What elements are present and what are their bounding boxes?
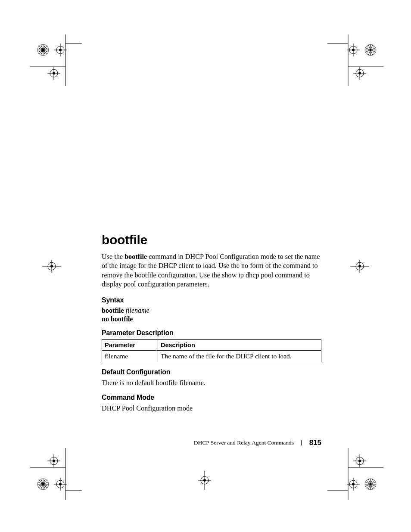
default-cfg-heading: Default Configuration [102, 368, 321, 376]
svg-point-71 [203, 479, 206, 482]
table-header-row: Parameter Description [102, 339, 321, 350]
svg-point-79 [365, 479, 376, 490]
syntax-line-1: bootfile filename [102, 307, 321, 314]
svg-line-3 [39, 46, 47, 54]
crop-mark-bottom-left [30, 444, 82, 500]
svg-line-85 [365, 482, 376, 486]
svg-point-12 [59, 49, 62, 51]
svg-point-55 [37, 479, 49, 490]
reg-mark-mid-left [41, 258, 62, 275]
svg-line-5 [38, 48, 48, 52]
svg-line-58 [39, 480, 47, 488]
svg-point-15 [50, 69, 58, 77]
command-mode-text: DHCP Pool Configuration mode [102, 404, 321, 413]
svg-line-87 [368, 479, 373, 489]
footer-separator [301, 440, 302, 445]
intro-text-a: Use the [102, 253, 125, 261]
svg-point-35 [356, 69, 364, 77]
command-mode-heading: Command Mode [102, 394, 321, 401]
svg-point-68 [201, 476, 209, 484]
td-parameter: filename [102, 350, 158, 362]
svg-line-86 [368, 479, 373, 489]
svg-line-25 [365, 48, 376, 52]
crop-mark-bottom-right [327, 444, 383, 500]
svg-point-64 [56, 480, 64, 488]
svg-point-0 [37, 44, 49, 56]
td-description: The name of the file for the DHCP client… [158, 350, 321, 362]
intro-paragraph: Use the bootfile command in DHCP Pool Co… [102, 252, 321, 289]
svg-point-38 [358, 72, 361, 75]
syntax-cmd: bootfile [102, 307, 124, 314]
svg-line-61 [38, 482, 48, 486]
syntax-arg: filename [126, 307, 149, 314]
intro-command-name: bootfile [125, 253, 147, 261]
table-row: filename The name of the file for the DH… [102, 350, 321, 362]
param-table: Parameter Description filename The name … [102, 339, 321, 362]
svg-line-26 [365, 48, 376, 52]
svg-point-72 [356, 457, 364, 465]
reg-mark-mid-right [349, 258, 371, 275]
svg-point-88 [349, 480, 357, 488]
th-parameter: Parameter [102, 339, 158, 350]
footer-section: DHCP Server and Relay Agent Commands [194, 439, 294, 446]
svg-line-6 [38, 48, 48, 52]
crop-mark-top-right [327, 34, 383, 90]
syntax-heading: Syntax [102, 296, 321, 304]
crop-mark-top-left [30, 34, 82, 90]
svg-line-23 [367, 46, 374, 54]
svg-line-28 [368, 45, 373, 55]
svg-point-9 [56, 46, 64, 54]
svg-point-18 [53, 72, 55, 75]
param-desc-heading: Parameter Description [102, 329, 321, 337]
svg-point-20 [365, 44, 376, 56]
svg-point-51 [53, 460, 55, 462]
page: bootfile Use the bootfile command in DHC… [0, 0, 411, 532]
svg-point-67 [59, 483, 62, 485]
svg-line-27 [368, 45, 373, 55]
svg-point-48 [50, 457, 58, 465]
svg-point-29 [349, 46, 357, 54]
svg-line-24 [367, 46, 374, 54]
svg-point-91 [352, 483, 355, 485]
svg-point-40 [48, 262, 56, 270]
svg-line-84 [365, 482, 376, 486]
svg-line-8 [41, 45, 45, 55]
svg-point-44 [356, 262, 364, 270]
command-title: bootfile [102, 233, 321, 247]
svg-line-62 [41, 479, 45, 489]
svg-line-63 [41, 479, 45, 489]
svg-line-4 [39, 46, 47, 54]
svg-point-32 [352, 49, 355, 51]
svg-point-47 [358, 265, 361, 268]
svg-point-75 [358, 460, 361, 462]
svg-line-60 [38, 482, 48, 486]
svg-point-43 [50, 265, 53, 268]
svg-line-82 [367, 480, 374, 488]
svg-line-7 [41, 45, 45, 55]
page-footer: DHCP Server and Relay Agent Commands 815 [102, 439, 321, 447]
svg-line-59 [39, 480, 47, 488]
svg-line-83 [367, 480, 374, 488]
reg-mark-bottom-center [194, 470, 215, 491]
footer-page-number: 815 [309, 439, 321, 447]
syntax-line-2: no bootfile [102, 315, 321, 323]
content-area: bootfile Use the bootfile command in DHC… [102, 233, 321, 420]
default-cfg-text: There is no default bootfile filename. [102, 379, 321, 388]
th-description: Description [158, 339, 321, 350]
